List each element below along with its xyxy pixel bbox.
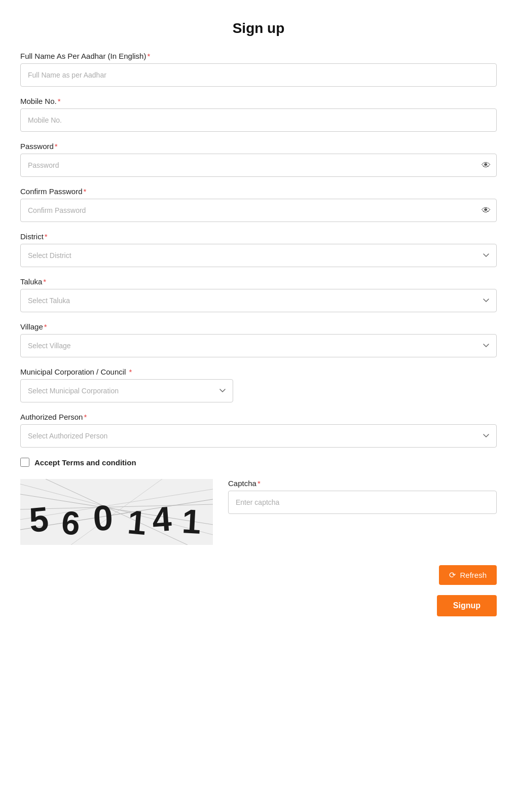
svg-text:1: 1 <box>126 503 148 542</box>
captcha-svg: 5 6 0 1 4 1 <box>20 479 213 545</box>
password-wrapper: 👁 <box>20 154 497 177</box>
municipal-required: * <box>129 367 132 376</box>
password-eye-icon[interactable]: 👁 <box>482 160 491 171</box>
refresh-icon: ⟳ <box>449 570 456 580</box>
buttons-row: Signup <box>20 595 497 616</box>
confirm-password-eye-icon[interactable]: 👁 <box>482 205 491 216</box>
district-select[interactable]: Select District <box>20 244 497 267</box>
svg-text:6: 6 <box>60 504 81 542</box>
authorized-person-required: * <box>84 413 87 421</box>
village-group: Village* Select Village <box>20 322 497 357</box>
svg-text:5: 5 <box>28 499 50 539</box>
municipal-group: Municipal Corporation / Council * Select… <box>20 367 497 402</box>
full-name-group: Full Name As Per Aadhar (In English)* <box>20 52 497 87</box>
municipal-label: Municipal Corporation / Council * <box>20 367 497 376</box>
taluka-label: Taluka* <box>20 277 497 286</box>
captcha-required: * <box>257 479 261 488</box>
taluka-select[interactable]: Select Taluka <box>20 289 497 312</box>
captcha-label: Captcha* <box>228 479 497 488</box>
village-select[interactable]: Select Village <box>20 334 497 357</box>
district-group: District* Select District <box>20 232 497 267</box>
confirm-password-group: Confirm Password* 👁 <box>20 187 497 222</box>
terms-row: Accept Terms and condition <box>20 458 497 467</box>
captcha-input-group: Captcha* <box>228 479 497 514</box>
full-name-input[interactable] <box>20 63 497 87</box>
password-label: Password* <box>20 142 497 151</box>
village-required: * <box>44 322 47 331</box>
terms-checkbox[interactable] <box>20 458 29 467</box>
municipal-select[interactable]: Select Municipal Corporation <box>20 379 233 402</box>
taluka-required: * <box>43 277 46 286</box>
refresh-row: ⟳ Refresh <box>20 560 497 585</box>
password-required: * <box>55 142 58 151</box>
password-input[interactable] <box>20 154 497 177</box>
full-name-label: Full Name As Per Aadhar (In English)* <box>20 52 497 60</box>
refresh-button[interactable]: ⟳ Refresh <box>439 565 497 585</box>
captcha-input[interactable] <box>228 491 497 514</box>
confirm-password-required: * <box>84 187 87 196</box>
village-label: Village* <box>20 322 497 331</box>
refresh-label: Refresh <box>460 571 487 579</box>
captcha-section: 5 6 0 1 4 1 Captcha* <box>20 479 497 545</box>
svg-text:1: 1 <box>181 502 202 541</box>
svg-text:0: 0 <box>92 498 114 538</box>
svg-text:4: 4 <box>151 499 173 539</box>
terms-label: Accept Terms and condition <box>34 458 136 467</box>
page-title: Sign up <box>20 20 497 36</box>
district-required: * <box>45 232 48 241</box>
mobile-required: * <box>58 97 61 105</box>
signup-button[interactable]: Signup <box>437 595 497 616</box>
authorized-person-select[interactable]: Select Authorized Person <box>20 424 497 448</box>
confirm-password-label: Confirm Password* <box>20 187 497 196</box>
full-name-required: * <box>147 52 150 60</box>
mobile-input[interactable] <box>20 108 497 132</box>
mobile-label: Mobile No.* <box>20 97 497 105</box>
authorized-person-group: Authorized Person* Select Authorized Per… <box>20 413 497 448</box>
mobile-group: Mobile No.* <box>20 97 497 132</box>
taluka-group: Taluka* Select Taluka <box>20 277 497 312</box>
password-group: Password* 👁 <box>20 142 497 177</box>
captcha-image: 5 6 0 1 4 1 <box>20 479 213 545</box>
confirm-password-input[interactable] <box>20 199 497 222</box>
district-label: District* <box>20 232 497 241</box>
authorized-person-label: Authorized Person* <box>20 413 497 421</box>
confirm-password-wrapper: 👁 <box>20 199 497 222</box>
